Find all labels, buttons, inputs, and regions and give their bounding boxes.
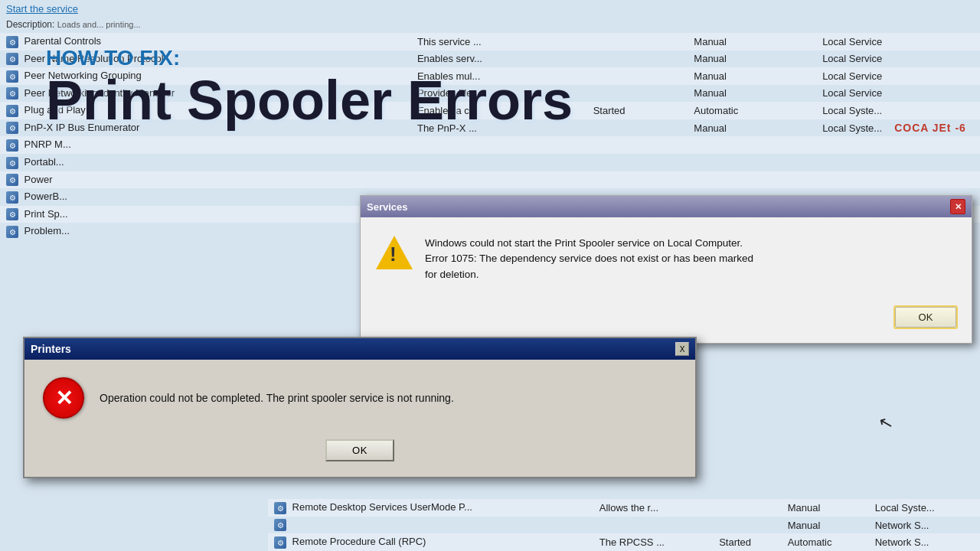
services-error-titlebar: Services ✕ — [361, 196, 972, 217]
how-to-fix-label: HOW TO FIX: — [46, 46, 573, 70]
services-error-close-button[interactable]: ✕ — [950, 199, 965, 214]
service-icon — [6, 87, 18, 99]
service-startup-cell: Manual — [688, 67, 816, 85]
service-description-cell: Allows the r... — [593, 499, 713, 517]
service-name-cell: Power — [0, 171, 411, 189]
table-row: PNRP M... — [0, 136, 980, 154]
services-ok-button[interactable]: OK — [895, 307, 956, 328]
service-status-cell — [587, 51, 688, 68]
printers-dialog: Printers X Operation could not be comple… — [23, 337, 697, 478]
service-name-cell — [268, 517, 593, 534]
description-label: Description: — [6, 19, 54, 30]
service-description-cell — [411, 136, 587, 154]
service-name-cell: PNRP M... — [0, 136, 411, 154]
start-service-link[interactable]: Start the service — [6, 3, 78, 15]
service-icon — [6, 226, 18, 238]
service-logon-cell — [816, 154, 980, 171]
service-status-cell: Started — [587, 102, 688, 119]
service-icon — [6, 53, 18, 65]
service-icon — [274, 536, 286, 549]
service-icon — [6, 174, 18, 186]
service-status-cell — [587, 119, 688, 137]
service-status-cell — [587, 136, 688, 154]
service-name-cell: Remote Procedure Call (RPC) — [268, 533, 593, 551]
warning-triangle — [376, 236, 413, 269]
service-logon-cell: Local Service — [816, 33, 980, 51]
table-row: Remote Desktop Services UserMode P... Al… — [268, 499, 980, 517]
service-logon-cell — [816, 171, 980, 189]
service-startup-cell: Manual — [688, 119, 816, 137]
service-startup-cell — [688, 136, 816, 154]
services-error-dialog: Services ✕ Windows could not start the P… — [360, 195, 972, 344]
printers-ok-button[interactable]: OK — [325, 439, 394, 461]
service-status-cell — [587, 154, 688, 171]
warning-icon — [376, 236, 413, 272]
overlay-title-block: HOW TO FIX: Print Spooler Errors — [46, 46, 573, 131]
service-status-cell — [713, 517, 781, 534]
service-icon — [274, 502, 286, 514]
service-status-cell — [587, 171, 688, 189]
service-name-cell: Problem... — [0, 223, 411, 240]
service-icon — [6, 122, 18, 134]
service-icon — [6, 139, 18, 152]
service-description-cell — [411, 171, 587, 189]
service-description-cell — [593, 517, 713, 534]
bottom-services: Remote Desktop Services UserMode P... Al… — [268, 499, 980, 551]
service-description-cell: The RPCSS ... — [593, 533, 713, 551]
error-x-icon — [43, 377, 84, 419]
table-row: Portabl... — [0, 154, 980, 171]
printers-titlebar: Printers X — [24, 338, 695, 360]
table-row: Power — [0, 171, 980, 189]
printers-title: Printers — [31, 343, 71, 355]
service-startup-cell: Manual — [688, 85, 816, 103]
service-startup-cell: Manual — [782, 499, 869, 517]
service-status-cell: Started — [713, 533, 781, 551]
error-message-text: Windows could not start the Print Spoole… — [425, 236, 956, 282]
service-icon — [6, 70, 18, 83]
service-name-cell: Portabl... — [0, 154, 411, 171]
service-startup-cell — [688, 154, 816, 171]
service-status-cell — [587, 85, 688, 103]
service-status-cell — [587, 67, 688, 85]
service-logon-cell: Local Service — [816, 85, 980, 103]
printers-body: Operation could not be completed. The pr… — [24, 360, 695, 436]
service-icon — [274, 519, 286, 531]
service-name-cell: PowerB... — [0, 188, 411, 206]
service-startup-cell: Automatic — [688, 102, 816, 119]
service-icon — [6, 191, 18, 204]
service-startup-cell: Manual — [782, 517, 869, 534]
service-startup-cell: Manual — [688, 51, 816, 68]
service-logon-cell: Network S... — [869, 533, 980, 551]
service-icon — [6, 105, 18, 117]
service-description-cell — [411, 154, 587, 171]
service-logon-cell: Network S... — [869, 517, 980, 534]
brand-watermark: COCA JEt -6 — [880, 113, 980, 142]
service-icon — [6, 36, 18, 48]
service-startup-cell — [688, 171, 816, 189]
service-startup-cell: Manual — [688, 33, 816, 51]
table-row: Manual Network S... — [268, 517, 980, 534]
printers-message: Operation could not be completed. The pr… — [100, 390, 454, 406]
service-logon-cell: Local Syste... — [869, 499, 980, 517]
printers-ok-area: OK — [24, 436, 695, 477]
service-icon — [6, 208, 18, 220]
service-startup-cell: Automatic — [782, 533, 869, 551]
error-line3: for deletion. — [425, 267, 956, 282]
error-line1: Windows could not start the Print Spoole… — [425, 236, 956, 251]
description-text: Loads and... printing... — [57, 20, 141, 29]
service-name-cell: Print Sp... — [0, 206, 411, 223]
error-line2: Error 1075: The dependency service does … — [425, 251, 956, 266]
service-logon-cell: Local Service — [816, 51, 980, 68]
service-name-cell: Remote Desktop Services UserMode P... — [268, 499, 593, 517]
bottom-services-table: Remote Desktop Services UserMode P... Al… — [268, 499, 980, 551]
brand-text: COCA JEt -6 — [894, 122, 966, 134]
service-status-cell — [587, 33, 688, 51]
services-error-body: Windows could not start the Print Spoole… — [361, 217, 972, 301]
service-status-cell — [713, 499, 781, 517]
table-row: Remote Procedure Call (RPC) The RPCSS ..… — [268, 533, 980, 551]
printers-close-button[interactable]: X — [675, 342, 689, 356]
service-logon-cell: Local Service — [816, 67, 980, 85]
service-icon — [6, 157, 18, 169]
main-title-label: Print Spooler Errors — [46, 70, 573, 131]
services-error-title: Services — [367, 201, 408, 213]
